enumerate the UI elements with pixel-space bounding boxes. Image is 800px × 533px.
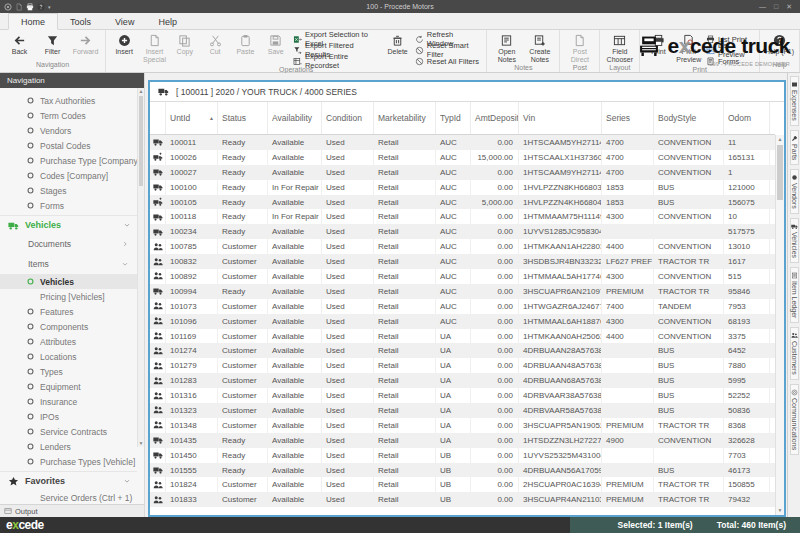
chevron-down-icon[interactable] (123, 221, 131, 229)
column-header-icon[interactable] (150, 102, 166, 134)
sidebar-item-pricing-vehicles[interactable]: Pricing [Vehicles] (0, 289, 137, 304)
delete-button[interactable]: Delete (383, 32, 413, 56)
column-header-typid[interactable]: TypId (436, 102, 471, 134)
table-row[interactable]: 101096CustomerAvailableUsedRetailAUC0.00… (150, 314, 775, 329)
dock-tab-item-ledger[interactable]: Item Ledger (790, 267, 799, 323)
close-icon[interactable]: ✕ (786, 0, 792, 13)
table-row[interactable]: 100026ReadyAvailableUsedRetailAUC15,000.… (150, 150, 775, 165)
table-row[interactable]: 101274CustomerAvailableUsedRetailUA0.004… (150, 343, 775, 358)
insert-button[interactable]: Insert (109, 32, 139, 56)
sidebar-item-features[interactable]: Features (0, 304, 137, 319)
window-controls[interactable]: — □ ✕ (759, 0, 800, 13)
sidebar-item-attributes[interactable]: Attributes (0, 334, 137, 349)
dock-tab-communications[interactable]: Communications (790, 384, 799, 455)
sidebar-item-types[interactable]: Types (0, 364, 137, 379)
column-header-status[interactable]: Status (218, 102, 268, 134)
sidebar-scrollbar[interactable]: ▲▼ (137, 88, 144, 447)
grid-column-headers[interactable]: UntId▲StatusAvailabilityConditionMarketa… (150, 102, 775, 135)
table-row[interactable]: 101279CustomerAvailableUsedRetailUA0.004… (150, 358, 775, 373)
output-tab[interactable]: Output (0, 504, 144, 517)
reset-smart-filter-button[interactable]: Reset Smart Filter (415, 45, 482, 55)
table-row[interactable]: 100105ReadyAvailableUsedRetailAUC5,000.0… (150, 195, 775, 210)
table-row[interactable]: 101555ReadyAvailableUsedRetailUB0.004DRB… (150, 463, 775, 478)
dock-tab-vehicles[interactable]: Vehicles (790, 218, 799, 263)
column-header-untid[interactable]: UntId▲ (166, 102, 218, 134)
table-row[interactable]: 101450ReadyAvailableUsedRetailUB0.001UYV… (150, 448, 775, 463)
ribbon-tab-view[interactable]: View (103, 14, 146, 29)
table-row[interactable]: 100832CustomerAvailableUsedRetailAUC0.00… (150, 254, 775, 269)
ribbon-tab-tools[interactable]: Tools (58, 14, 103, 29)
column-header-marketability[interactable]: Marketability (374, 102, 436, 134)
dock-tab-parts[interactable]: Parts (790, 130, 799, 165)
grid-vertical-scrollbar[interactable]: ▲▼ (775, 135, 784, 515)
table-row[interactable]: 101316CustomerAvailableUsedRetailUA0.004… (150, 388, 775, 403)
table-row[interactable]: 101824CustomerAvailableUsedRetailUB0.002… (150, 477, 775, 492)
sidebar-subheader-items[interactable]: Items (0, 254, 137, 274)
table-row[interactable]: 100994ReadyAvailableUsedRetailAUC0.003HS… (150, 284, 775, 299)
table-row[interactable]: 101283CustomerAvailableUsedRetailUA0.004… (150, 373, 775, 388)
table-row[interactable]: 101348CustomerAvailableUsedRetailUA0.003… (150, 418, 775, 433)
column-header-bodystyle[interactable]: BodyStyle (654, 102, 724, 134)
column-header-series[interactable]: Series (602, 102, 654, 134)
table-row[interactable]: 100011ReadyAvailableUsedRetailAUC0.001HT… (150, 135, 775, 150)
sidebar-item-lenders[interactable]: Lenders (0, 439, 137, 454)
sidebar-item-locations[interactable]: Locations (0, 349, 137, 364)
post-direct-button[interactable]: Post Direct (563, 32, 596, 64)
paste-button[interactable]: Paste (230, 32, 260, 56)
sidebar-item-components[interactable]: Components (0, 319, 137, 334)
copy-button[interactable]: Copy (170, 32, 200, 56)
maximize-icon[interactable]: □ (774, 0, 778, 13)
table-row[interactable]: 101323CustomerAvailableUsedRetailUA0.004… (150, 403, 775, 418)
table-row[interactable]: 100892CustomerAvailableUsedRetailAUC0.00… (150, 269, 775, 284)
insert-special-button[interactable]: Insert Special (139, 32, 169, 64)
sidebar-item-purchase-types-vehicle[interactable]: Purchase Types [Vehicle] (0, 454, 137, 469)
forward-button[interactable]: Forward (69, 32, 102, 56)
save-button[interactable]: Save (261, 32, 291, 56)
chevron-down-icon[interactable] (121, 260, 129, 268)
dock-tab-expenses[interactable]: Expenses (790, 76, 799, 126)
back-button[interactable]: Back (3, 32, 36, 56)
table-row[interactable]: 101169CustomerAvailableUsedRetailUA0.001… (150, 329, 775, 344)
filter-button[interactable]: Filter (36, 32, 69, 56)
sidebar-item-service-contracts[interactable]: Service Contracts (0, 424, 137, 439)
minimize-icon[interactable]: — (759, 0, 766, 13)
chevron-right-icon[interactable] (121, 240, 129, 248)
ribbon-tab-help[interactable]: Help (146, 14, 189, 29)
sidebar-subheader-documents[interactable]: Documents (0, 234, 137, 254)
table-row[interactable]: 101435ReadyAvailableUsedRetailUA0.001HTS… (150, 433, 775, 448)
cut-button[interactable]: Cut (200, 32, 230, 56)
column-header-vin[interactable]: Vin (519, 102, 602, 134)
sidebar-section-vehicles[interactable]: Vehicles (0, 215, 137, 234)
create-notes-button[interactable]: Create Notes (523, 32, 556, 64)
table-row[interactable]: 100234ReadyAvailableUsedRetailAUC0.001UY… (150, 224, 775, 239)
dock-tab-customers[interactable]: Customers (790, 327, 799, 380)
column-header-amtdeposit[interactable]: AmtDeposit (471, 102, 519, 134)
sidebar-item-postal-codes[interactable]: Postal Codes (0, 138, 137, 153)
column-header-odom[interactable]: Odom (724, 102, 770, 134)
table-row[interactable]: 100027ReadyAvailableUsedRetailAUC0.001HT… (150, 165, 775, 180)
sidebar-item-equipment[interactable]: Equipment (0, 379, 137, 394)
sidebar-item-term-codes[interactable]: Term Codes (0, 108, 137, 123)
sidebar-item-codes-company[interactable]: Codes [Company] (0, 168, 137, 183)
table-row[interactable]: 100100ReadyIn For RepairUsedRetailAUC0.0… (150, 180, 775, 195)
table-row[interactable]: 100785CustomerAvailableUsedRetailAUC0.00… (150, 239, 775, 254)
sidebar-item-forms[interactable]: Forms (0, 198, 137, 213)
sidebar-item-vehicles[interactable]: Vehicles (0, 274, 137, 289)
table-row[interactable]: 101073CustomerAvailableUsedRetailAUC0.00… (150, 299, 775, 314)
table-row[interactable]: 100118ReadyIn For RepairUsedRetailAUC0.0… (150, 209, 775, 224)
open-notes-button[interactable]: Open Notes (490, 32, 523, 64)
sidebar-item-insurance[interactable]: Insurance (0, 394, 137, 409)
sidebar-item-ipos[interactable]: IPOs (0, 409, 137, 424)
export-entire-recordset-button[interactable]: Export Entire Recordset (293, 56, 381, 66)
chevron-down-icon[interactable] (123, 477, 131, 485)
field-chooser-button[interactable]: Field Chooser (603, 32, 636, 64)
sidebar-item-tax-authorities[interactable]: Tax Authorities (0, 93, 137, 108)
sidebar-item-purchase-type-company[interactable]: Purchase Type [Company] (0, 153, 137, 168)
sidebar-item-service-orders-ctrl-1[interactable]: Service Orders (Ctrl + 1) (0, 490, 137, 504)
ribbon-tab-home[interactable]: Home (8, 13, 58, 30)
column-header-condition[interactable]: Condition (322, 102, 374, 134)
table-row[interactable]: 101833CustomerAvailableUsedRetailUB0.003… (150, 492, 775, 507)
sidebar-section-favorites[interactable]: Favorites (0, 471, 137, 490)
column-header-availability[interactable]: Availability (268, 102, 322, 134)
dock-tab-vendors[interactable]: Vendors (790, 169, 799, 214)
